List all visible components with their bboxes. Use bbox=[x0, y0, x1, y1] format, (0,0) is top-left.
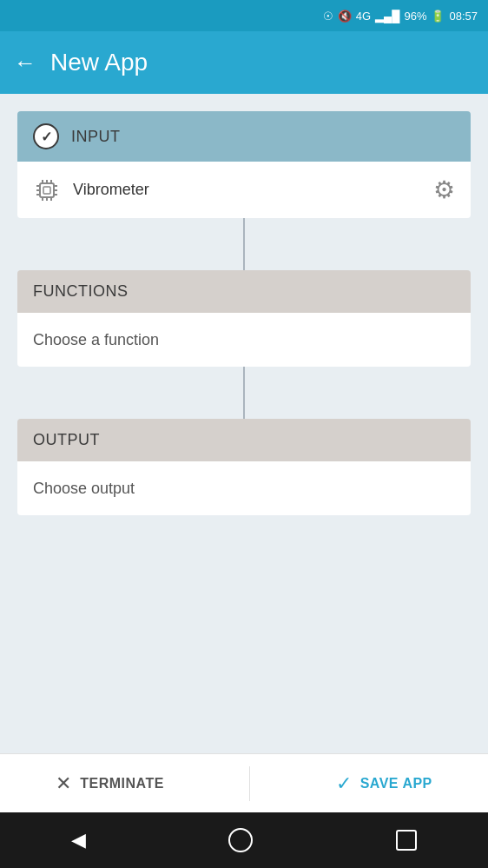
functions-section: FUNCTIONS Choose a function bbox=[17, 270, 471, 367]
input-section: INPUT bbox=[17, 111, 471, 218]
terminate-button[interactable]: ✕ TERMINATE bbox=[30, 764, 190, 804]
time-display: 08:57 bbox=[449, 10, 478, 23]
bottom-bar-divider bbox=[249, 766, 250, 801]
app-title: New App bbox=[50, 49, 148, 76]
output-header-label: OUTPUT bbox=[33, 431, 100, 449]
svg-rect-1 bbox=[43, 187, 50, 194]
input-row[interactable]: Vibrometer ⚙ bbox=[17, 162, 471, 218]
mute-icon: 🔇 bbox=[338, 10, 352, 23]
terminate-label: TERMINATE bbox=[80, 776, 164, 792]
svg-rect-0 bbox=[40, 183, 54, 197]
input-row-left: Vibrometer bbox=[33, 176, 149, 204]
nav-home-icon[interactable] bbox=[228, 828, 253, 852]
signal-icon: ▂▄█ bbox=[375, 10, 399, 23]
functions-row[interactable]: Choose a function bbox=[17, 313, 471, 367]
back-button[interactable]: ← bbox=[14, 50, 36, 76]
input-header-label: INPUT bbox=[71, 128, 121, 146]
main-content: INPUT bbox=[0, 94, 488, 753]
vibrometer-icon bbox=[33, 176, 61, 204]
connector-line-1 bbox=[243, 218, 245, 270]
save-icon: ✓ bbox=[336, 772, 352, 795]
input-section-header: INPUT bbox=[17, 111, 471, 162]
connector-line-2 bbox=[243, 367, 245, 419]
vibrometer-label: Vibrometer bbox=[73, 181, 149, 199]
nav-back-icon[interactable]: ◀ bbox=[71, 829, 86, 851]
input-check-icon bbox=[33, 123, 59, 149]
battery-text: 96% bbox=[404, 10, 426, 23]
status-icons: ☉ 🔇 4G ▂▄█ 96% 🔋 08:57 bbox=[323, 10, 478, 23]
save-app-button[interactable]: ✓ SAVE APP bbox=[310, 764, 458, 804]
functions-header-label: FUNCTIONS bbox=[33, 282, 129, 301]
functions-output-connector bbox=[17, 367, 471, 419]
vibrometer-settings-icon[interactable]: ⚙ bbox=[433, 176, 455, 204]
choose-output-placeholder: Choose output bbox=[33, 480, 135, 498]
terminate-icon: ✕ bbox=[56, 772, 71, 795]
save-label: SAVE APP bbox=[360, 776, 432, 792]
network-icon: 4G bbox=[356, 10, 371, 23]
bluetooth-icon: ☉ bbox=[323, 10, 333, 23]
battery-icon: 🔋 bbox=[431, 10, 445, 23]
output-section: OUTPUT Choose output bbox=[17, 419, 471, 515]
functions-section-header: FUNCTIONS bbox=[17, 270, 471, 313]
nav-recents-icon[interactable] bbox=[396, 830, 417, 851]
app-bar: ← New App bbox=[0, 31, 488, 94]
output-row[interactable]: Choose output bbox=[17, 461, 471, 515]
status-bar: ☉ 🔇 4G ▂▄█ 96% 🔋 08:57 bbox=[0, 0, 488, 31]
choose-function-placeholder: Choose a function bbox=[33, 331, 159, 349]
output-section-header: OUTPUT bbox=[17, 419, 471, 461]
navigation-bar: ◀ bbox=[0, 812, 488, 868]
bottom-action-bar: ✕ TERMINATE ✓ SAVE APP bbox=[0, 753, 488, 812]
input-functions-connector bbox=[17, 218, 471, 270]
